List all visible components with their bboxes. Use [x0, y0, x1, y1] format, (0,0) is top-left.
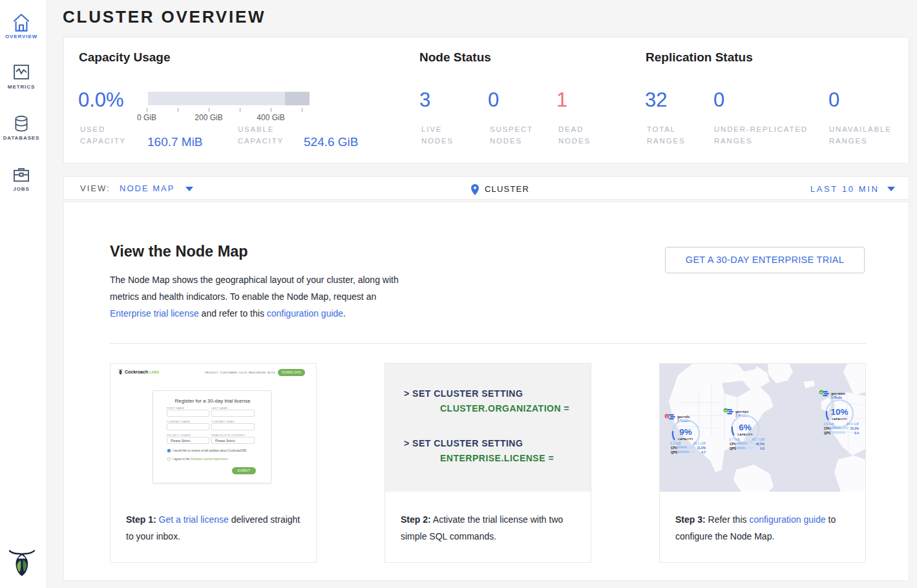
svg-text:CPU: CPU — [730, 443, 737, 446]
svg-text:6%: 6% — [739, 423, 752, 432]
svg-text:35.1 GiB: 35.1 GiB — [693, 441, 706, 445]
svg-text:QPS: QPS — [730, 447, 737, 450]
svg-text:4.7: 4.7 — [701, 451, 706, 454]
svg-text:42.5%: 42.5% — [755, 443, 764, 446]
svg-text:1 Node: 1 Node — [831, 395, 842, 399]
svg-text:CAPACITY: CAPACITY — [737, 433, 753, 436]
svg-text:10%: 10% — [830, 407, 848, 417]
svg-text:13.3%: 13.3% — [850, 427, 859, 430]
svg-text:!: ! — [666, 415, 668, 419]
svg-text:11.0%: 11.0% — [697, 446, 706, 450]
svg-text:CPU: CPU — [824, 427, 831, 430]
svg-text:QPS: QPS — [671, 451, 678, 454]
svg-text:0.0: 0.0 — [760, 447, 764, 450]
svg-text:CAPACITY: CAPACITY — [678, 437, 693, 441]
svg-text:QPS: QPS — [824, 432, 831, 435]
svg-text:34.4 GiB: 34.4 GiB — [847, 422, 859, 426]
svg-text:3.7 GiB: 3.7 GiB — [729, 437, 740, 441]
svg-text:3.2 GiB: 3.2 GiB — [670, 441, 681, 445]
svg-text:9%: 9% — [679, 427, 692, 437]
svg-text:3.6 GiB: 3.6 GiB — [823, 422, 834, 426]
svg-text:0.4: 0.4 — [854, 432, 859, 435]
svg-text:CAPACITY: CAPACITY — [832, 417, 847, 421]
svg-text:CPU: CPU — [671, 446, 678, 450]
svg-text:43.7 GiB: 43.7 GiB — [752, 437, 765, 441]
